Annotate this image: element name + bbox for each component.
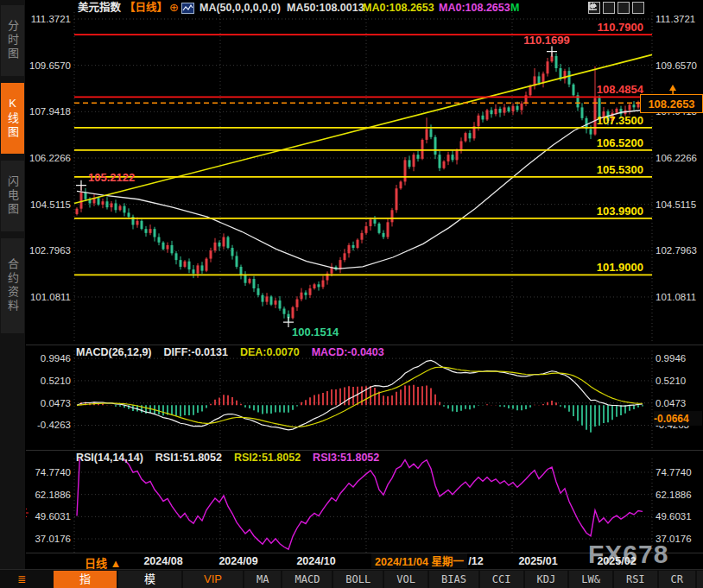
axis-tick-label: 0.0473 [656,398,686,408]
ma0-primary-readout: MA0:108.2653 [363,2,434,15]
indicator-tab-8[interactable]: BIAS [429,571,478,588]
rsi1-readout: RSI1:51.8052 [155,452,222,464]
axis-tick-label: 49.6031 [26,511,71,522]
axis-tick-label: 111.3721 [26,14,71,24]
x-axis-label: 2024/08 [143,555,182,567]
x-axis-label: /12 [468,555,483,567]
axis-tick-label: 109.6570 [26,60,71,71]
axis-tick-label: 102.7963 [26,245,71,256]
macd-diff-readout: DIFF:-0.0131 [164,346,228,358]
macd-current-value-box: -0.0664 [654,411,702,426]
indicator-tab-2[interactable]: 模板 [118,571,181,588]
level-line-label: 107.3500 [597,114,643,127]
rsi3-readout: RSI3:51.8052 [313,452,379,464]
axis-reset-icon[interactable] [632,2,644,14]
axis-tick-label: 111.3721 [656,14,695,24]
ma-settings-readout: MA(50,0,0,0,0,0) [200,2,281,15]
indicator-tab-3[interactable]: VIP指标 [183,571,243,588]
sidebar-tab-1[interactable]: 分时图 [1,5,24,76]
indicator-tabs: 指标模板VIP指标MAMACDBOLLVOLBIASCCIKDJLW&RSICR… [54,571,703,588]
axis-tick-label: 101.0811 [26,292,71,302]
axis-tick-label: 102.7963 [656,245,697,256]
axis-tick-label: 49.6031 [656,511,692,522]
x-axis-label: 2025/01 [518,555,557,567]
axis-tick-label: 0.0473 [26,398,71,408]
x-axis-label: 2024/09 [218,555,257,567]
level-line-label: 101.9000 [597,261,643,274]
indicator-tab-7[interactable]: VOL [384,571,428,588]
axis-zoom-out-icon[interactable] [618,2,630,14]
chart-application-window: FX678 分时图K线图闪电图合约资料 美元指数 【日线】 ⊕ MA(50,0,… [0,0,703,588]
axis-tick-label: 107.9418 [26,106,71,117]
indicator-tab-9[interactable]: CCI [480,571,523,588]
indicator-tab-4[interactable]: MA [244,571,281,588]
indicator-toolbar: 指标模板VIP指标MAMACDBOLLVOLBIASCCIKDJLW&RSICR… [0,569,703,588]
indicator-tab-1[interactable]: 指标 [54,571,117,588]
level-line-label: 110.7900 [597,21,643,34]
crosshair-date-tooltip: 2024/11/04 星期一 [371,553,467,568]
mini-chart-icon[interactable] [181,3,194,16]
axis-tick-label: 104.5115 [26,199,71,210]
price-annotation: 105.2122 [88,171,135,184]
axis-zoom-in-icon[interactable] [603,2,615,14]
axis-tick-label: 74.7740 [656,467,692,477]
macd-readout: MACD:-0.0403 [312,346,384,358]
current-price-box: 108.2653 [640,94,703,113]
level-line-label: 106.5200 [597,136,643,149]
indicator-tab-14[interactable]: PSY [697,571,703,588]
sidebar-tab-3[interactable]: 闪电图 [1,161,24,231]
indicator-tab-12[interactable]: RSI [614,571,657,588]
price-annotation: 100.1514 [292,326,339,338]
axis-tick-label: 109.6570 [656,60,697,71]
axis-tick-label: 106.2266 [26,153,71,163]
x-axis-label: 2024/10 [296,555,335,567]
axis-tick-label: 62.1886 [26,490,71,500]
add-indicator-icon[interactable]: ⊕ [169,1,179,14]
period-tag[interactable]: 【日线】 [124,2,168,15]
axis-tick-label: 101.0811 [656,292,696,302]
rsi2-readout: RSI2:51.8052 [234,452,301,464]
sidebar-tab-4[interactable]: 合约资料 [1,238,24,333]
instrument-title: 美元指数 [78,2,121,15]
axis-tick-label: 62.1886 [656,490,692,500]
axis-tick-label: -0.4263 [26,420,71,430]
macd-params: MACD(26,12,9) [76,346,152,358]
m-readout: M [510,2,519,15]
axis-tick-label: 37.0176 [656,534,692,544]
ma0-secondary-readout: MA0:108.2653 [439,2,510,15]
indicator-tab-11[interactable]: LW& [569,571,612,588]
ma50-readout: MA50:108.0013 [287,2,364,15]
axis-tick-label: 0.5210 [26,376,71,386]
axis-tick-label: 106.2266 [656,153,697,163]
level-line-label: 105.5300 [597,163,643,176]
axis-tick-label: 0.5210 [656,376,686,386]
macd-dea-readout: DEA:0.0070 [240,346,300,358]
indicator-tab-5[interactable]: MACD [282,571,332,588]
indicator-tab-6[interactable]: BOLL [333,571,383,588]
toolbar-corner-icon[interactable]: ≣ [17,573,26,585]
sidebar-tab-2[interactable]: K线图 [1,83,24,154]
level-line-label: 108.4854 [597,83,643,96]
axis-tick-label: 0.9946 [26,353,71,364]
chart-toolbar-buttons [588,2,644,14]
axis-tick-label: 0.9946 [656,353,686,364]
axis-tick-label: 37.0176 [26,534,71,544]
indicator-tab-13[interactable]: CR [659,571,695,588]
price-annotation: 110.1699 [523,34,570,47]
axis-tick-label: 74.7740 [26,467,71,477]
x-axis-label: 2025/02 [597,555,636,567]
axis-tick-label: 104.5115 [656,199,696,210]
rsi-params: RSI(14,14,14) [76,452,143,464]
price-up-arrow-icon [667,84,681,96]
indicator-tab-10[interactable]: KDJ [525,571,568,588]
rsi-header: RSI(14,14,14)RSI1:51.8052RSI2:51.8052RSI… [76,452,391,464]
macd-header: MACD(26,12,9)DIFF:-0.0131DEA:0.0070MACD:… [76,346,396,358]
left-sidebar: 分时图K线图闪电图合约资料 [0,0,26,588]
level-line-label: 103.9900 [597,205,643,218]
